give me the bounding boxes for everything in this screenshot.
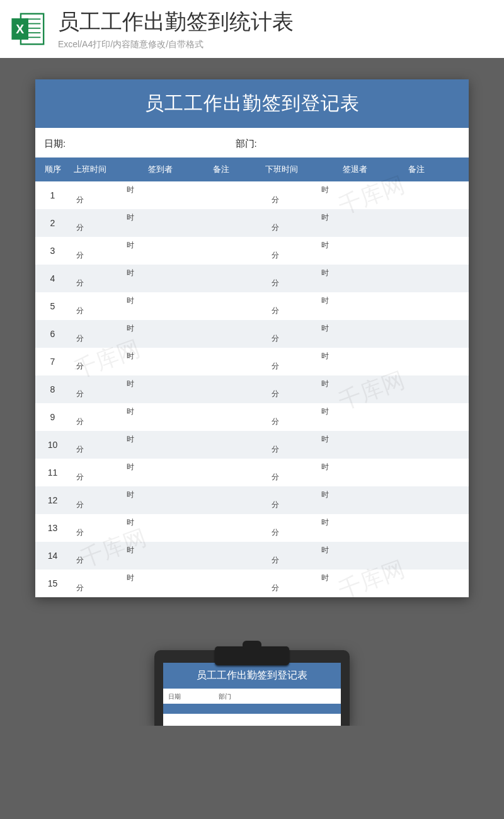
seq-cell: 8 (35, 375, 70, 403)
on-time-cell: 时分 (70, 403, 148, 431)
table-row: 3时分时分 (35, 237, 469, 265)
off-time-cell: 时分 (265, 431, 343, 459)
minute-unit: 分 (70, 472, 148, 483)
hour-unit: 时 (265, 462, 343, 472)
signout-cell (343, 486, 408, 514)
table-row: 12时分时分 (35, 486, 469, 514)
minute-unit: 分 (70, 195, 148, 205)
note2-cell (408, 320, 469, 348)
table-row: 1时分时分 (35, 181, 469, 209)
table-header: 顺序 上班时间 签到者 备注 下班时间 签退者 备注 (35, 158, 469, 181)
off-time-cell: 时分 (265, 570, 343, 597)
signout-cell (343, 292, 408, 320)
signer-cell (148, 375, 213, 403)
signer-cell (148, 542, 213, 570)
page-subtitle: Excel/A4打印/内容随意修改/自带格式 (58, 39, 494, 50)
off-time-cell: 时分 (265, 181, 343, 209)
col-note2: 备注 (408, 164, 469, 175)
seq-cell: 14 (35, 542, 70, 570)
table-row: 4时分时分 (35, 265, 469, 292)
table-row: 7时分时分 (35, 348, 469, 375)
seq-cell: 10 (35, 431, 70, 459)
minute-unit: 分 (265, 306, 343, 316)
hour-unit: 时 (70, 241, 148, 251)
note2-cell (408, 542, 469, 570)
signer-cell (148, 181, 213, 209)
thumb-table-header (163, 704, 341, 714)
off-time-cell: 时分 (265, 403, 343, 431)
note-cell (213, 375, 265, 403)
page-header: X 员工工作出勤签到统计表 Excel/A4打印/内容随意修改/自带格式 (0, 0, 504, 58)
signer-cell (148, 237, 213, 265)
seq-cell: 1 (35, 181, 70, 209)
note2-cell (408, 486, 469, 514)
minute-unit: 分 (265, 556, 343, 566)
hour-unit: 时 (70, 518, 148, 528)
signout-cell (343, 209, 408, 237)
table-row: 5时分时分 (35, 292, 469, 320)
minute-unit: 分 (70, 389, 148, 399)
note-cell (213, 181, 265, 209)
header-text: 员工工作出勤签到统计表 Excel/A4打印/内容随意修改/自带格式 (58, 8, 494, 50)
off-time-cell: 时分 (265, 237, 343, 265)
note2-cell (408, 181, 469, 209)
hour-unit: 时 (70, 268, 148, 278)
on-time-cell: 时分 (70, 265, 148, 292)
hour-unit: 时 (70, 407, 148, 417)
hour-unit: 时 (70, 185, 148, 195)
on-time-cell: 时分 (70, 459, 148, 486)
note-cell (213, 459, 265, 486)
minute-unit: 分 (70, 445, 148, 455)
hour-unit: 时 (265, 490, 343, 500)
note2-cell (408, 292, 469, 320)
minute-unit: 分 (265, 334, 343, 344)
on-time-cell: 时分 (70, 431, 148, 459)
seq-cell: 4 (35, 265, 70, 292)
minute-unit: 分 (265, 278, 343, 289)
off-time-cell: 时分 (265, 542, 343, 570)
hour-unit: 时 (70, 462, 148, 472)
note2-cell (408, 459, 469, 486)
signout-cell (343, 542, 408, 570)
signer-cell (148, 348, 213, 375)
signer-cell (148, 320, 213, 348)
hour-unit: 时 (265, 352, 343, 362)
on-time-cell: 时分 (70, 486, 148, 514)
minute-unit: 分 (70, 251, 148, 261)
signer-cell (148, 403, 213, 431)
hour-unit: 时 (265, 379, 343, 389)
signout-cell (343, 348, 408, 375)
table-row: 10时分时分 (35, 431, 469, 459)
signout-cell (343, 514, 408, 542)
note2-cell (408, 265, 469, 292)
on-time-cell: 时分 (70, 375, 148, 403)
col-signer: 签到者 (148, 164, 213, 175)
signer-cell (148, 514, 213, 542)
on-time-cell: 时分 (70, 292, 148, 320)
minute-unit: 分 (265, 583, 343, 593)
note-cell (213, 209, 265, 237)
minute-unit: 分 (70, 528, 148, 538)
signer-cell (148, 570, 213, 597)
minute-unit: 分 (70, 334, 148, 344)
on-time-cell: 时分 (70, 570, 148, 597)
thumb-dept-label: 部门 (219, 692, 231, 701)
table-row: 15时分时分 (35, 570, 469, 597)
hour-unit: 时 (265, 268, 343, 278)
thumb-date-label: 日期 (168, 692, 181, 701)
minute-unit: 分 (265, 472, 343, 483)
dept-label: 部门: (236, 138, 257, 150)
signout-cell (343, 570, 408, 597)
note-cell (213, 431, 265, 459)
hour-unit: 时 (70, 213, 148, 223)
excel-icon: X (10, 11, 47, 47)
table-row: 8时分时分 (35, 375, 469, 403)
minute-unit: 分 (70, 500, 148, 510)
seq-cell: 15 (35, 570, 70, 597)
minute-unit: 分 (265, 417, 343, 427)
seq-cell: 9 (35, 403, 70, 431)
note2-cell (408, 403, 469, 431)
signout-cell (343, 265, 408, 292)
clipboard-clip-icon (215, 646, 289, 665)
note2-cell (408, 209, 469, 237)
